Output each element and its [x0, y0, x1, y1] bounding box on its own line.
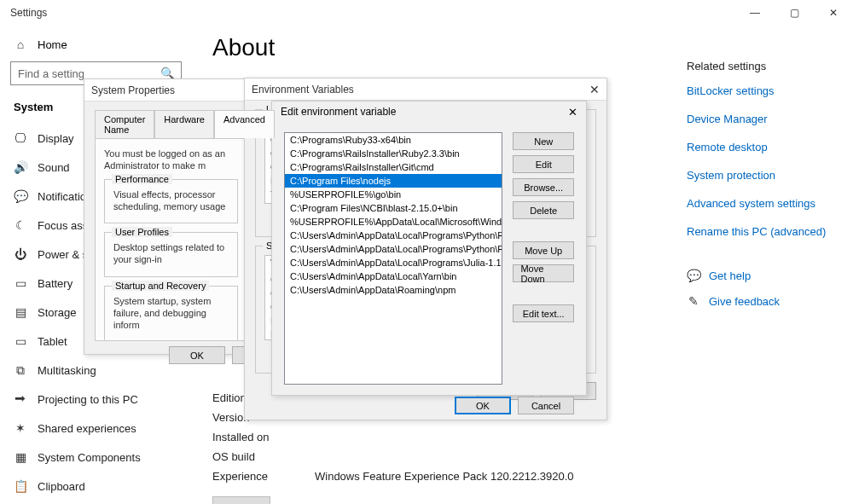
get-help-link[interactable]: 💬Get help [687, 269, 850, 282]
path-entry[interactable]: C:\Users\Admin\AppData\Local\Programs\Ju… [285, 256, 502, 269]
minimize-button[interactable]: — [735, 0, 775, 26]
give-feedback-link[interactable]: ✎Give feedback [687, 294, 850, 308]
move-up-button[interactable]: Move Up [513, 241, 574, 259]
projecting-icon: ⮕ [14, 392, 27, 406]
sidebar-item-clipboard[interactable]: 📋Clipboard [0, 472, 192, 501]
tablet-icon: ▭ [14, 334, 27, 348]
spec-row-installed: Installed on [212, 431, 666, 443]
spec-row-osbuild: OS build [212, 450, 666, 463]
path-entry[interactable]: C:\Program Files\NCBI\blast-2.15.0+\bin [285, 201, 502, 215]
path-entry[interactable]: C:\Program Files\nodejs [285, 174, 502, 188]
envvars-close-icon[interactable]: ✕ [589, 83, 600, 96]
multitasking-icon: ⧉ [14, 363, 27, 377]
spec-row-experience: ExperienceWindows Feature Experience Pac… [212, 470, 666, 483]
nav-label: Storage [38, 306, 77, 319]
new-button[interactable]: New [513, 132, 574, 150]
home-label: Home [38, 38, 67, 51]
path-entry[interactable]: %USERPROFILE%\go\bin [285, 188, 502, 201]
delete-button[interactable]: Delete [513, 201, 574, 219]
path-entry[interactable]: C:\Users\Admin\AppData\Local\Programs\Py… [285, 229, 502, 242]
home-icon: ⌂ [14, 38, 27, 51]
related-device-manager[interactable]: Device Manager [687, 113, 850, 125]
close-button[interactable]: ✕ [814, 0, 853, 26]
components-icon: ▦ [14, 450, 27, 464]
battery-icon: ▭ [14, 276, 27, 290]
system-properties-dialog: System Properties Computer Name Hardware… [84, 78, 258, 355]
window-titlebar: Settings — ▢ ✕ [0, 0, 853, 26]
edit-text-button[interactable]: Edit text... [513, 304, 574, 322]
startup-recovery-legend: Startup and Recovery [112, 281, 209, 291]
system-properties-titlebar[interactable]: System Properties [84, 79, 258, 101]
page-title: About [212, 34, 666, 61]
performance-desc: Visual effects, processor scheduling, me… [113, 188, 229, 213]
editvar-ok-button[interactable]: OK [455, 397, 511, 414]
nav-label: Display [38, 132, 74, 145]
nav-label: Sound [38, 161, 70, 174]
editvar-close-icon[interactable]: ✕ [568, 106, 577, 119]
help-icon: 💬 [687, 269, 700, 282]
path-entry[interactable]: C:\Users\Admin\AppData\Roaming\npm [285, 283, 502, 297]
performance-legend: Performance [112, 174, 172, 184]
system-properties-title: System Properties [91, 84, 175, 96]
nav-label: System Components [38, 451, 141, 464]
sysprops-ok-button[interactable]: OK [169, 346, 225, 364]
tab-advanced[interactable]: Advanced [214, 110, 275, 138]
sidebar-item-shared-experiences[interactable]: ✶Shared experiences [0, 414, 192, 443]
feedback-icon: ✎ [687, 294, 700, 308]
focus-icon: ☾ [14, 218, 27, 232]
startup-recovery-desc: System startup, system failure, and debu… [113, 295, 229, 332]
related-remote-desktop[interactable]: Remote desktop [687, 141, 850, 154]
related-bitlocker[interactable]: BitLocker settings [687, 84, 850, 97]
tab-computer-name[interactable]: Computer Name [95, 110, 154, 138]
edit-env-variable-dialog: Edit environment variable ✕ C:\Programs\… [271, 101, 587, 396]
admin-note: You must be logged on as an Administrato… [104, 148, 238, 172]
path-entry[interactable]: C:\Programs\Ruby33-x64\bin [285, 133, 502, 147]
envvars-titlebar[interactable]: Environment Variables ✕ [245, 78, 606, 101]
related-system-protection[interactable]: System protection [687, 169, 850, 182]
nav-label: Battery [38, 277, 73, 290]
power-icon: ⏻ [14, 247, 27, 261]
browse-button[interactable]: Browse... [513, 178, 574, 196]
tab-hardware[interactable]: Hardware [154, 110, 214, 138]
nav-label: Shared experiences [38, 422, 136, 435]
copy-button[interactable]: Copy [212, 496, 270, 504]
display-icon: 🖵 [14, 131, 27, 145]
search-placeholder: Find a setting [18, 67, 84, 80]
path-entry[interactable]: C:\Programs\RailsInstaller\Git\cmd [285, 160, 502, 174]
nav-label: Projecting to this PC [38, 393, 138, 406]
edit-button[interactable]: Edit [513, 155, 574, 173]
sidebar-item-system-components[interactable]: ▦System Components [0, 443, 192, 472]
sysprops-tabs: Computer Name Hardware Advanced System P… [95, 110, 247, 138]
related-rename-pc[interactable]: Rename this PC (advanced) [687, 225, 850, 238]
sound-icon: 🔊 [14, 160, 27, 174]
window-controls: — ▢ ✕ [735, 0, 853, 26]
editvar-cancel-button[interactable]: Cancel [518, 397, 574, 414]
sidebar-item-projecting[interactable]: ⮕Projecting to this PC [0, 385, 192, 414]
window-title: Settings [10, 7, 47, 19]
nav-label: Tablet [38, 335, 67, 348]
path-entry[interactable]: %USERPROFILE%\AppData\Local\Microsoft\Wi… [285, 215, 502, 229]
path-entries-list[interactable]: C:\Programs\Ruby33-x64\binC:\Programs\Ra… [284, 132, 502, 385]
maximize-button[interactable]: ▢ [775, 0, 814, 26]
related-panel: Related settings BitLocker settings Devi… [687, 26, 853, 504]
related-heading: Related settings [687, 60, 850, 72]
sidebar-item-remote-desktop[interactable]: ⧉Remote Desktop [0, 501, 192, 504]
envvars-title: Environment Variables [252, 84, 354, 96]
related-advanced-settings[interactable]: Advanced system settings [687, 197, 850, 210]
path-entry[interactable]: C:\Users\Admin\AppData\Local\Yarn\bin [285, 269, 502, 283]
home-link[interactable]: ⌂ Home [0, 31, 192, 58]
user-profiles-desc: Desktop settings related to your sign-in [113, 241, 229, 266]
path-entry[interactable]: C:\Users\Admin\AppData\Local\Programs\Py… [285, 242, 502, 256]
clipboard-icon: 📋 [14, 479, 27, 493]
shared-icon: ✶ [14, 421, 27, 435]
notifications-icon: 💬 [14, 189, 27, 203]
editvar-title: Edit environment variable [281, 106, 396, 118]
path-entry[interactable]: C:\Programs\RailsInstaller\Ruby2.3.3\bin [285, 147, 502, 160]
nav-label: Clipboard [38, 480, 85, 493]
storage-icon: ▤ [14, 305, 27, 319]
editvar-titlebar[interactable]: Edit environment variable ✕ [272, 101, 586, 122]
user-profiles-legend: User Profiles [112, 227, 172, 237]
move-down-button[interactable]: Move Down [513, 264, 574, 282]
